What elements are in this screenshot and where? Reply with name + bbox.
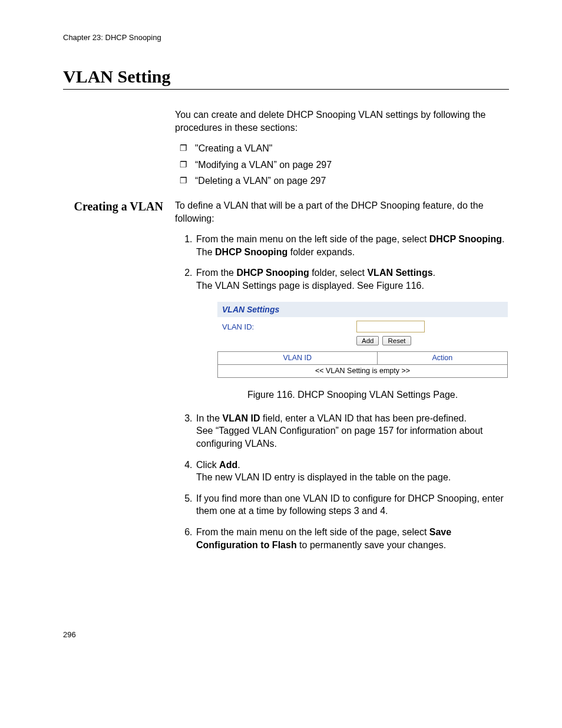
page-title: VLAN Setting xyxy=(63,67,509,87)
page-number: 296 xyxy=(63,630,509,639)
procedure-steps: From the main menu on the left side of t… xyxy=(175,233,509,551)
subsection-intro: To define a VLAN that will be a part of … xyxy=(175,199,509,225)
step: From the main menu on the left side of t… xyxy=(195,526,509,551)
term-vlan-id: VLAN ID xyxy=(222,413,260,423)
list-item: "Creating a VLAN" xyxy=(175,142,509,155)
step-text: folder, select xyxy=(309,268,368,278)
col-header-vlanid: VLAN ID xyxy=(218,352,378,365)
panel-title: VLAN Settings xyxy=(217,302,508,318)
step-text: From the main menu on the left side of t… xyxy=(196,234,429,244)
step-text: field, enter a VLAN ID that has been pre… xyxy=(260,413,466,423)
step: From the main menu on the left side of t… xyxy=(195,233,509,258)
term-dhcp-snooping: DHCP Snooping xyxy=(236,268,309,278)
step: From the DHCP Snooping folder, select VL… xyxy=(195,266,509,401)
step-text: . xyxy=(433,268,435,278)
title-rule xyxy=(63,89,509,90)
reset-button[interactable]: Reset xyxy=(382,336,411,345)
step-text: to permanently save your changes. xyxy=(297,540,446,550)
vlan-id-input[interactable] xyxy=(356,321,425,332)
step: If you find more than one VLAN ID to con… xyxy=(195,492,509,518)
section-link-list: "Creating a VLAN" “Modifying a VLAN” on … xyxy=(175,142,509,187)
chapter-label: Chapter 23: DHCP Snooping xyxy=(63,33,509,42)
step-text: From the main menu on the left side of t… xyxy=(196,527,429,537)
vlan-id-label: VLAN ID: xyxy=(222,322,356,332)
step-sub: See “Tagged VLAN Configuration” on page … xyxy=(196,424,509,450)
col-header-action: Action xyxy=(377,352,507,365)
step-text: . xyxy=(502,234,504,244)
figure-vlan-settings: VLAN Settings VLAN ID: Add Reset xyxy=(217,302,509,378)
intro-paragraph: You can create and delete DHCP Snooping … xyxy=(175,108,509,134)
subsection-heading: Creating a VLAN xyxy=(63,199,163,213)
step-text: From the xyxy=(196,268,236,278)
term-add: Add xyxy=(219,460,237,470)
figure-caption: Figure 116. DHCP Snooping VLAN Settings … xyxy=(196,388,509,401)
vlan-table: VLAN ID Action << VLAN Setting is empty … xyxy=(217,351,508,378)
step: In the VLAN ID field, enter a VLAN ID th… xyxy=(195,412,509,450)
step-sub: The new VLAN ID entry is displayed in th… xyxy=(196,471,509,484)
term-dhcp-snooping: DHCP Snooping xyxy=(429,234,502,244)
term-vlan-settings: VLAN Settings xyxy=(367,268,432,278)
step-sub: The DHCP Snooping folder expands. xyxy=(196,246,509,259)
step-text: The xyxy=(196,247,215,257)
step-sub: The VLAN Settings page is displayed. See… xyxy=(196,279,509,292)
step-text: Click xyxy=(196,460,219,470)
list-item: “Modifying a VLAN” on page 297 xyxy=(175,159,509,172)
list-item: “Deleting a VLAN” on page 297 xyxy=(175,174,509,187)
step: Click Add. The new VLAN ID entry is disp… xyxy=(195,459,509,484)
add-button[interactable]: Add xyxy=(356,336,379,345)
step-text: folder expands. xyxy=(287,247,355,257)
term-dhcp-snooping: DHCP Snooping xyxy=(215,247,287,257)
step-text: . xyxy=(237,460,240,470)
step-text: If you find more than one VLAN ID to con… xyxy=(196,493,504,516)
step-text: In the xyxy=(196,413,222,423)
table-empty-message: << VLAN Setting is empty >> xyxy=(218,365,508,378)
